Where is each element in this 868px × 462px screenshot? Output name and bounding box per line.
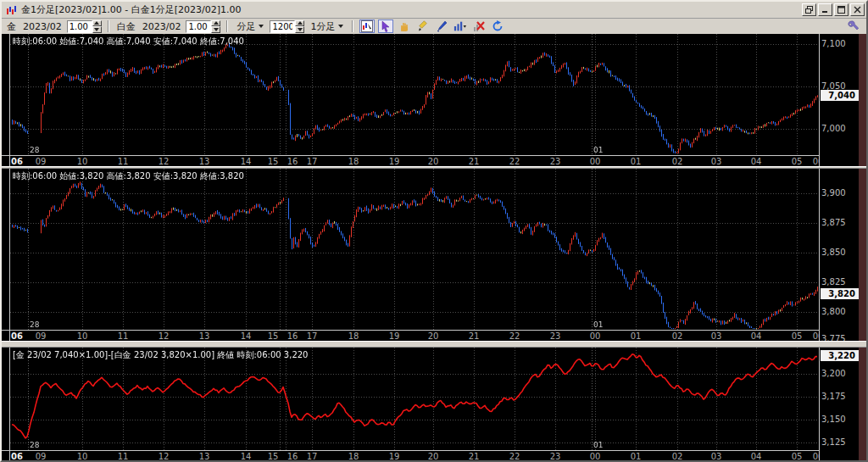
x-tick-label: 14 [241,331,252,341]
x-tick-label: 15 [268,157,279,166]
bar-type-label: 分足 [236,20,255,33]
app-icon [6,5,18,15]
y-tick-label: 3,150 [821,415,857,424]
x-tick-label: 14 [241,452,252,460]
toolbar-separator [226,20,228,32]
maximize-button[interactable] [834,3,849,16]
spread-price-axis[interactable]: 3,220 3,2003,1753,1503,125 [819,348,859,460]
platinum-last-price-tag: 3,820 [821,288,859,299]
x-tick-label: 05 [792,452,803,460]
spread-time-axis[interactable]: 0609101112131415161718192021222300010203… [2,450,866,460]
platinum-ratio-down-button[interactable] [211,26,220,33]
x-tick-label: 00 [590,452,601,460]
bar-chart-menu-icon [453,20,467,32]
new-window-button[interactable] [802,3,816,16]
x-tick-label: 21 [469,452,480,460]
bar-interval-label: 1分足 [310,20,335,33]
gold-contract-month: 2023/02 [21,21,64,32]
y-tick-label: 3,850 [821,248,857,257]
spread-line-chart[interactable] [10,348,819,450]
x-tick-label: 16 [287,452,298,460]
x-tick-label: 20 [428,157,439,166]
toolbar-separator [352,20,353,32]
platinum-price-axis[interactable]: 3,820 3,9003,8753,8503,8253,8003,775 [819,169,859,341]
x-tick-label: 22 [509,331,520,341]
spread-formula-readout: [金 23/02 7,040×1.00]-[白金 23/02 3,820×1.0… [13,349,308,361]
up-arrow-icon [94,21,99,25]
panel-splitter[interactable] [2,341,866,348]
minimize-button[interactable] [818,3,832,16]
platinum-ohlc-readout: 時刻:06:00 始値:3,820 高値:3,820 安値:3,820 終値:3… [13,170,244,182]
bar-count-input[interactable] [270,20,295,33]
x-tick-label: 01 [631,331,642,341]
gold-ratio-input[interactable] [67,20,92,33]
gold-candle-chart[interactable] [10,34,819,155]
gold-time-axis[interactable]: 0609101112131415161718192021222300010203… [2,155,866,166]
crosshair-chart-icon [361,20,373,32]
crosshair-chart-button[interactable] [359,19,375,33]
x-tick-label: 06 [11,452,23,460]
x-tick-label: 04 [751,157,762,166]
x-tick-label: 20 [428,452,439,460]
x-tick-label: 11 [118,452,129,460]
gold-candle-panel: 時刻:06:00 始値:7,040 高値:7,040 安値:7,040 終値:7… [2,34,866,166]
x-tick-label: 10 [77,331,88,341]
bar-count-up-button[interactable] [295,20,304,27]
panel-splitter[interactable] [2,166,866,169]
x-tick-label: 21 [469,331,480,341]
platinum-ratio-up-button[interactable] [211,20,220,27]
x-tick-label: 22 [509,157,520,166]
pencil-draw-button[interactable] [415,19,431,33]
x-tick-label: 03 [711,157,722,166]
gold-last-price-tag: 7,040 [821,90,859,101]
settings-wrench-button[interactable] [846,19,861,33]
x-tick-label: 06 [11,331,23,341]
settings-wrench-icon [848,20,860,32]
platinum-candle-chart[interactable] [10,169,819,330]
gold-price-axis[interactable]: 7,040 7,1007,0507,000 [819,34,859,166]
x-tick-label: 06 [11,157,23,166]
pen-draw-button[interactable] [434,19,449,33]
close-icon [854,6,861,14]
platinum-time-axis[interactable]: 0609101112131415161718192021222300010203… [2,330,866,341]
x-tick-label: 21 [469,157,480,166]
x-tick-label: 15 [268,452,279,460]
y-tick-label: 3,825 [821,277,857,287]
platinum-ratio-input[interactable] [186,20,211,33]
bar-chart-menu-button[interactable] [453,19,468,33]
plot-left-border [9,34,10,460]
x-tick-label: 13 [199,157,210,166]
gold-ratio-up-button[interactable] [92,20,102,27]
window-title: 金1分足[2023/02]1.00 - 白金1分足[2023/02]1.00 [21,3,242,16]
x-tick-label: 00 [590,331,601,341]
hand-pan-button[interactable] [397,19,412,33]
title-bar[interactable]: 金1分足[2023/02]1.00 - 白金1分足[2023/02]1.00 [2,2,866,19]
toolbar: 金 2023/02 白金 2023/02 分足 [2,19,866,34]
gold-ratio-down-button[interactable] [92,26,102,33]
close-button[interactable] [850,3,865,16]
x-tick-label: 13 [199,452,210,460]
down-arrow-icon [298,28,303,31]
delete-drawing-button[interactable] [471,19,487,33]
pen-draw-icon [436,20,448,32]
chart-area: 時刻:06:00 始値:7,040 高値:7,040 安値:7,040 終値:7… [2,34,866,460]
x-tick-label: 17 [307,331,318,341]
x-tick-label: 04 [751,331,762,341]
x-tick-label: 22 [509,452,520,460]
select-arrow-icon [380,20,392,32]
refresh-button[interactable] [490,19,505,33]
bar-count-down-button[interactable] [295,26,304,33]
select-arrow-button[interactable] [378,19,393,33]
down-arrow-icon [214,28,219,31]
bar-interval-dropdown[interactable]: 1分足 [308,20,346,33]
x-tick-label: 01 [631,157,642,166]
x-tick-label: 15 [268,331,279,341]
platinum-candle-panel: 時刻:06:00 始値:3,820 高値:3,820 安値:3,820 終値:3… [2,169,866,341]
y-tick-label: 3,175 [821,392,857,401]
x-tick-label: 17 [307,157,318,166]
x-tick-label: 02 [672,157,683,166]
down-arrow-icon [94,28,99,31]
pencil-draw-icon [417,20,429,32]
x-tick-label: 14 [241,157,252,166]
bar-type-dropdown[interactable]: 分足 [234,20,266,33]
